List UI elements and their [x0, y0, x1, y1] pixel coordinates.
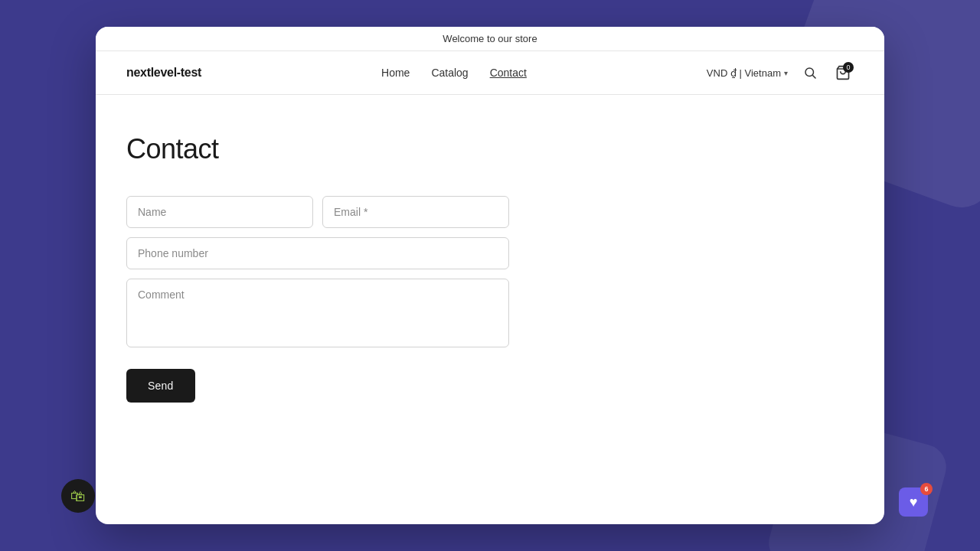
- contact-form: Send: [126, 196, 509, 403]
- shopify-icon: 🛍: [70, 487, 86, 505]
- phone-row: [126, 237, 509, 269]
- nav-contact[interactable]: Contact: [490, 67, 527, 79]
- nav-catalog[interactable]: Catalog: [431, 67, 468, 79]
- search-button[interactable]: [800, 63, 820, 83]
- comment-row: [126, 279, 509, 350]
- header-right: VND ₫ | Vietnam ▾ 0: [707, 62, 854, 83]
- heart-icon: ♥: [910, 494, 918, 510]
- announcement-bar: Welcome to our store: [96, 27, 884, 51]
- main-content: Contact Send: [96, 95, 884, 448]
- name-field: [126, 196, 313, 228]
- send-button[interactable]: Send: [126, 369, 195, 403]
- chevron-down-icon: ▾: [784, 69, 788, 77]
- navigation: Home Catalog Contact: [381, 67, 527, 79]
- wishlist-count: 6: [920, 483, 933, 495]
- shopify-badge[interactable]: 🛍: [61, 479, 95, 513]
- nav-home[interactable]: Home: [381, 67, 410, 79]
- currency-label: VND ₫ | Vietnam: [707, 67, 781, 79]
- announcement-text: Welcome to our store: [443, 33, 537, 44]
- svg-line-1: [812, 75, 815, 78]
- currency-selector[interactable]: VND ₫ | Vietnam ▾: [707, 67, 788, 79]
- name-email-row: [126, 196, 509, 228]
- svg-point-0: [805, 68, 814, 77]
- email-field: [322, 196, 509, 228]
- comment-input[interactable]: [126, 279, 509, 347]
- logo: nextlevel-test: [126, 66, 201, 80]
- cart-badge: 0: [843, 62, 854, 73]
- search-icon: [803, 66, 817, 80]
- page-title: Contact: [126, 133, 854, 165]
- wishlist-badge[interactable]: 6 ♥: [899, 487, 928, 517]
- cart-button[interactable]: 0: [832, 62, 854, 83]
- header: nextlevel-test Home Catalog Contact VND …: [96, 51, 884, 95]
- main-window: Welcome to our store nextlevel-test Home…: [96, 27, 884, 524]
- phone-input[interactable]: [126, 237, 509, 269]
- name-input[interactable]: [126, 196, 313, 228]
- email-input[interactable]: [322, 196, 509, 228]
